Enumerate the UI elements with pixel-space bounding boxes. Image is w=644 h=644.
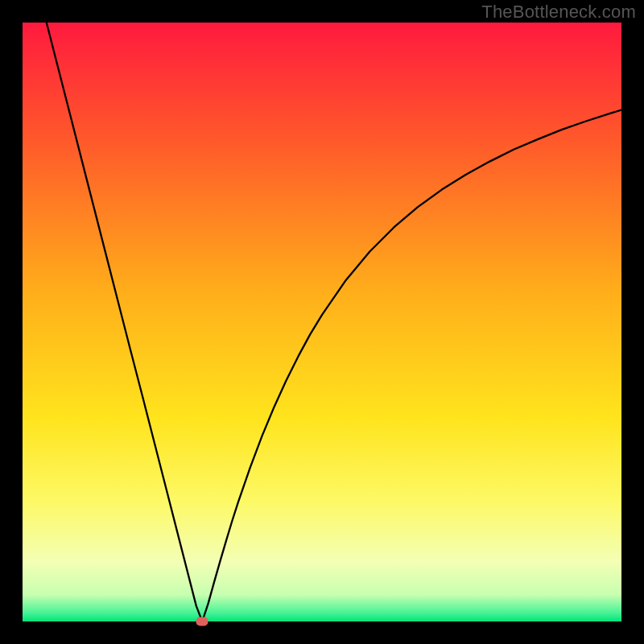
plot-area xyxy=(23,23,621,621)
bottleneck-curve xyxy=(23,23,621,621)
chart-frame: TheBottleneck.com xyxy=(0,0,644,644)
watermark-text: TheBottleneck.com xyxy=(481,2,636,23)
optimal-point-marker xyxy=(196,617,208,626)
